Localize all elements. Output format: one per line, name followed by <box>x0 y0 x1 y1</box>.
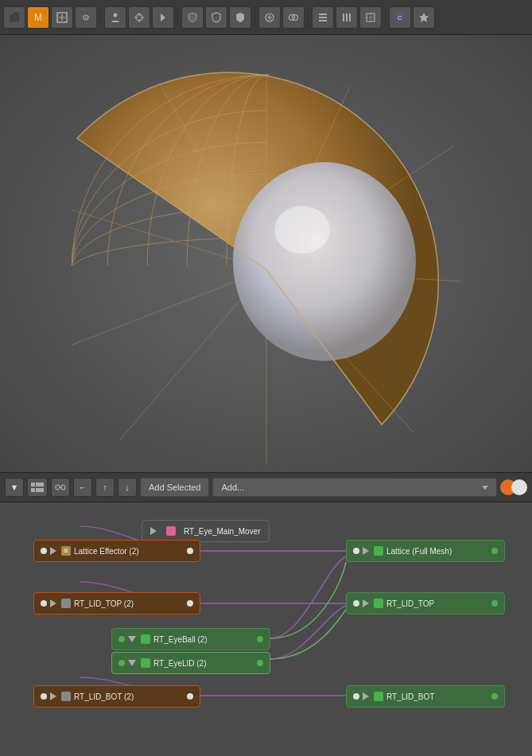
node-output-dot <box>187 548 193 554</box>
svg-rect-10 <box>319 20 327 21</box>
rt-lid-bot-right-node[interactable]: RT_LID_BOT <box>346 685 505 708</box>
svg-rect-12 <box>346 14 348 21</box>
toolbar-btn-shield2[interactable] <box>205 6 227 29</box>
node-editor[interactable]: RT_Eye_Main_Mover ⊞ Lattice Effector (2)… <box>0 502 532 756</box>
svg-text:C: C <box>398 14 402 21</box>
add-dropdown-label: Add... <box>221 483 244 492</box>
toolbar-btn-crosshair[interactable] <box>128 6 150 29</box>
3d-viewport[interactable] <box>0 35 532 472</box>
svg-rect-45 <box>40 483 44 487</box>
node-input-dot <box>118 660 125 666</box>
lattice-icon <box>374 546 383 556</box>
svg-rect-8 <box>319 14 327 15</box>
toolbar-btn-select[interactable]: ⬛ <box>3 6 25 29</box>
toolbar-btn-shield3[interactable] <box>229 6 251 29</box>
node-output-dot <box>491 600 498 607</box>
add-dropdown[interactable]: Add... <box>212 478 497 497</box>
arrow-down-btn[interactable]: ↓ <box>118 478 137 497</box>
toolbar-separator-1 <box>100 9 101 26</box>
toolbar-btn-lines2[interactable] <box>336 6 358 29</box>
toolbar-btn-person[interactable] <box>104 6 126 29</box>
main-mover-node[interactable]: RT_Eye_Main_Mover <box>142 520 270 542</box>
toolbar-btn-box[interactable] <box>359 6 382 29</box>
node-input-dot <box>353 693 359 700</box>
lattice-full-node[interactable]: Lattice (Full Mesh) <box>346 540 505 562</box>
svg-point-42 <box>274 206 330 254</box>
view-grid-btn[interactable] <box>27 478 48 497</box>
lid-icon <box>374 599 383 608</box>
svg-rect-46 <box>31 488 35 492</box>
effector-icon: ⊞ <box>61 546 71 556</box>
node-editor-toolbar: ▼ ← ↑ ↓ Add Selected Add... <box>0 472 532 502</box>
arrow-up-btn[interactable]: ↑ <box>95 478 115 497</box>
lid-bot-right-icon <box>374 692 383 701</box>
filter-dropdown-btn[interactable]: ▼ <box>5 478 24 497</box>
toolbar-btn-m[interactable]: M <box>27 6 49 29</box>
play-icon <box>363 547 369 555</box>
lattice-effector-node[interactable]: ⊞ Lattice Effector (2) <box>33 540 200 562</box>
rt-lid-bot-left-node[interactable]: RT_LID_BOT (2) <box>33 685 200 708</box>
play-icon <box>363 692 369 700</box>
eyeball-icon <box>141 634 150 644</box>
node-input-dot <box>41 693 47 700</box>
down-tri-icon <box>128 660 136 666</box>
toolbar-separator-2 <box>177 9 178 26</box>
rt-eyeball-node[interactable]: RT_EyeBall (2) <box>111 628 270 650</box>
rt-lid-top-right-label: RT_LID_TOP <box>386 599 434 608</box>
rt-lid-bot-left-label: RT_LID_BOT (2) <box>74 692 134 701</box>
toolbar-btn-icon3[interactable] <box>51 6 73 29</box>
add-selected-button[interactable]: Add Selected <box>140 478 209 497</box>
scene-svg <box>0 35 532 472</box>
svg-rect-44 <box>36 483 40 487</box>
toolbar-btn-shield1[interactable] <box>181 6 204 29</box>
play-icon <box>50 547 56 555</box>
svg-rect-13 <box>349 14 351 21</box>
toolbar-btn-arrow[interactable] <box>152 6 174 29</box>
toolbar-btn-circles[interactable] <box>282 6 305 29</box>
rt-lid-top-left-node[interactable]: RT_LID_TOP (2) <box>33 592 200 614</box>
toolbar-btn-lines[interactable] <box>312 6 334 29</box>
toolbar-btn-char[interactable]: C <box>389 6 411 29</box>
white-mode-circle[interactable] <box>511 479 527 495</box>
node-input-dot <box>353 548 359 554</box>
bone-icon <box>61 599 71 608</box>
pink-bone-icon <box>166 526 176 536</box>
toolbar-btn-star[interactable] <box>413 6 435 29</box>
lattice-effector-label: Lattice Effector (2) <box>74 547 139 556</box>
svg-point-3 <box>114 13 118 17</box>
dropdown-arrow-icon <box>482 486 488 490</box>
play-icon <box>150 527 157 535</box>
svg-rect-11 <box>343 14 344 21</box>
arrow-left-btn[interactable]: ← <box>73 478 92 497</box>
main-mover-label: RT_Eye_Main_Mover <box>184 527 261 536</box>
toolbar-btn-gear[interactable] <box>75 6 97 29</box>
chevron-down-icon: ▼ <box>10 483 19 492</box>
rt-eyeball-label: RT_EyeBall (2) <box>153 635 208 644</box>
svg-rect-48 <box>40 488 44 492</box>
node-output-dot <box>187 693 193 700</box>
node-output-dot <box>257 660 263 666</box>
svg-point-41 <box>233 162 416 361</box>
play-icon <box>363 599 369 607</box>
play-icon <box>50 692 56 700</box>
toolbar-separator-3 <box>254 9 255 26</box>
play-icon <box>50 599 56 607</box>
rt-lid-bot-right-label: RT_LID_BOT <box>386 692 434 701</box>
toolbar-btn-circle-plus[interactable] <box>258 6 281 29</box>
toolbar-separator-5 <box>385 9 386 26</box>
svg-rect-9 <box>319 17 327 18</box>
lid-bot-icon <box>61 692 71 701</box>
eyelid-icon <box>141 658 150 668</box>
svg-point-2 <box>85 17 87 18</box>
rt-lid-top-right-node[interactable]: RT_LID_TOP <box>346 592 505 614</box>
svg-rect-43 <box>31 483 35 487</box>
down-tri-icon <box>128 636 136 642</box>
node-input-dot <box>41 548 47 554</box>
svg-marker-17 <box>419 13 429 22</box>
node-input-dot <box>353 600 359 607</box>
rt-eyelid-node[interactable]: RT_EyeLID (2) <box>111 652 270 674</box>
link-btn[interactable] <box>51 478 70 497</box>
toolbar-separator-4 <box>308 9 309 26</box>
node-input-dot <box>41 600 47 607</box>
node-output-dot <box>491 693 498 700</box>
